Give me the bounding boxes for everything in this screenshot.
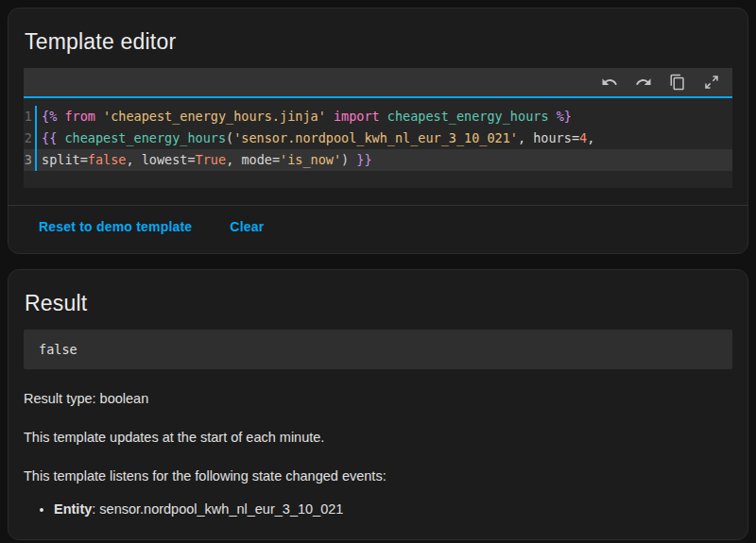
- result-output: false: [24, 330, 732, 369]
- entity-list-item: Entity: sensor.nordpool_kwh_nl_eur_3_10_…: [54, 501, 732, 518]
- entity-list: Entity: sensor.nordpool_kwh_nl_eur_3_10_…: [24, 501, 732, 518]
- line-number: 1: [24, 106, 35, 127]
- line-number: 3: [24, 149, 35, 171]
- result-listens-line: This template listens for the following …: [24, 467, 732, 485]
- code-line-2[interactable]: 2{{ cheapest_energy_hours('sensor.nordpo…: [24, 127, 732, 149]
- expand-button[interactable]: [700, 71, 723, 93]
- code-line-3[interactable]: 3split=false, lowest=True, mode='is_now'…: [24, 149, 732, 171]
- entity-label: Entity: [54, 501, 92, 517]
- line-number: 2: [24, 127, 35, 149]
- redo-button[interactable]: [632, 71, 655, 93]
- code-editor[interactable]: 1{% from 'cheapest_energy_hours.jinja' i…: [24, 68, 732, 188]
- code-area[interactable]: 1{% from 'cheapest_energy_hours.jinja' i…: [24, 98, 732, 188]
- editor-actions: Reset to demo template Clear: [9, 206, 747, 253]
- template-editor-title: Template editor: [9, 8, 747, 68]
- copy-icon: [669, 74, 686, 91]
- code-line-text: split=false, lowest=True, mode='is_now')…: [35, 149, 372, 171]
- code-line-text: {{ cheapest_energy_hours('sensor.nordpoo…: [35, 127, 594, 149]
- page: Template editor: [0, 0, 756, 543]
- result-card: Result false Result type: boolean This t…: [8, 269, 748, 540]
- entity-value: sensor.nordpool_kwh_nl_eur_3_10_021: [99, 501, 343, 517]
- redo-icon: [635, 74, 652, 91]
- clear-button[interactable]: Clear: [222, 213, 271, 240]
- code-line-1[interactable]: 1{% from 'cheapest_energy_hours.jinja' i…: [24, 106, 732, 127]
- editor-toolbar: [24, 68, 732, 96]
- undo-icon: [601, 74, 618, 91]
- reset-demo-template-button[interactable]: Reset to demo template: [31, 213, 199, 240]
- code-line-text: {% from 'cheapest_energy_hours.jinja' im…: [35, 106, 572, 127]
- copy-button[interactable]: [666, 71, 689, 93]
- expand-icon: [703, 74, 720, 91]
- result-title: Result: [9, 270, 747, 330]
- result-type-line: Result type: boolean: [24, 390, 732, 408]
- template-editor-card: Template editor: [8, 8, 748, 254]
- undo-button[interactable]: [598, 71, 621, 93]
- result-updates-line: This template updates at the start of ea…: [24, 429, 732, 447]
